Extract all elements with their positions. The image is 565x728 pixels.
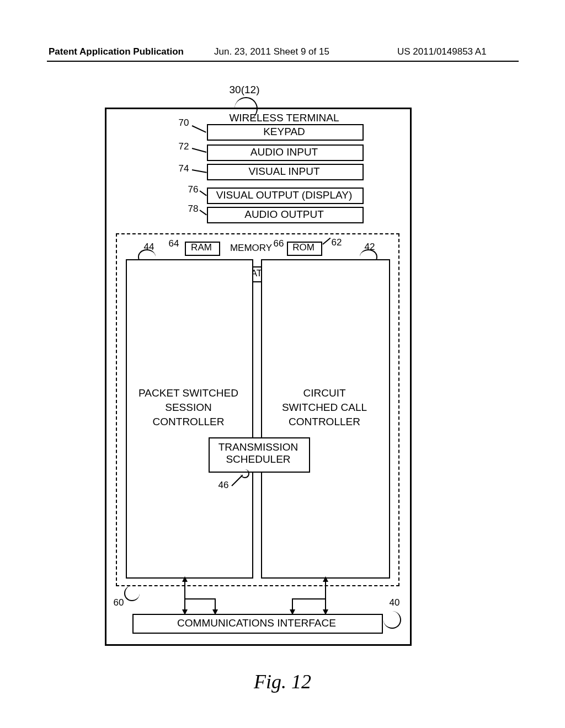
ref-visual-input: 74	[175, 163, 192, 174]
arrow-circuit-down	[287, 598, 298, 615]
header-date-sheet: Jun. 23, 2011 Sheet 9 of 15	[214, 46, 329, 57]
ref-rom: 66	[270, 238, 287, 249]
visual-input-label: VISUAL INPUT	[207, 165, 361, 178]
arrow-packet-comm	[179, 576, 190, 615]
audio-input-label: AUDIO INPUT	[207, 146, 361, 158]
figure-caption: Fig. 12	[0, 670, 565, 693]
circuit-controller-label: CIRCUIT SWITCHED CALL CONTROLLER	[261, 386, 388, 429]
header-divider	[47, 61, 519, 62]
ref-ram: 64	[166, 238, 182, 249]
lead-scheduler-2	[241, 469, 249, 478]
packet-controller-label: PACKET SWITCHED SESSION CONTROLLER	[126, 386, 251, 429]
arrow-circuit-comm	[320, 576, 331, 615]
visual-output-label: VISUAL OUTPUT (DISPLAY)	[207, 189, 361, 201]
ref-keypad: 70	[175, 117, 192, 129]
rom-label: ROM	[287, 242, 320, 253]
lead-processing	[124, 586, 140, 601]
svg-marker-6	[323, 576, 328, 582]
header-publication: Patent Application Publication	[49, 46, 184, 57]
wireless-terminal-title: WIRELESS TERMINAL	[207, 112, 361, 124]
ref-visual-output: 76	[185, 184, 201, 195]
ref-audio-input: 72	[175, 141, 192, 152]
ram-label: RAM	[185, 242, 218, 253]
svg-marker-1	[182, 576, 188, 582]
keypad-label: KEYPAD	[207, 126, 361, 138]
comm-interface-label: COMMUNICATIONS INTERFACE	[132, 617, 381, 629]
lead-comm-interface	[383, 611, 401, 629]
ref-audio-output: 78	[185, 204, 201, 215]
ref-processing: 60	[110, 597, 127, 608]
ref-comm-interface: 40	[386, 597, 403, 608]
ref-memory: 62	[328, 237, 345, 248]
arrow-packet-down	[210, 598, 221, 615]
ref-device: 30(12)	[217, 84, 272, 96]
header-doc-number: US 2011/0149853 A1	[397, 46, 487, 57]
scheduler-label: TRANSMISSION SCHEDULER	[209, 441, 308, 465]
audio-output-label: AUDIO OUTPUT	[207, 208, 361, 221]
